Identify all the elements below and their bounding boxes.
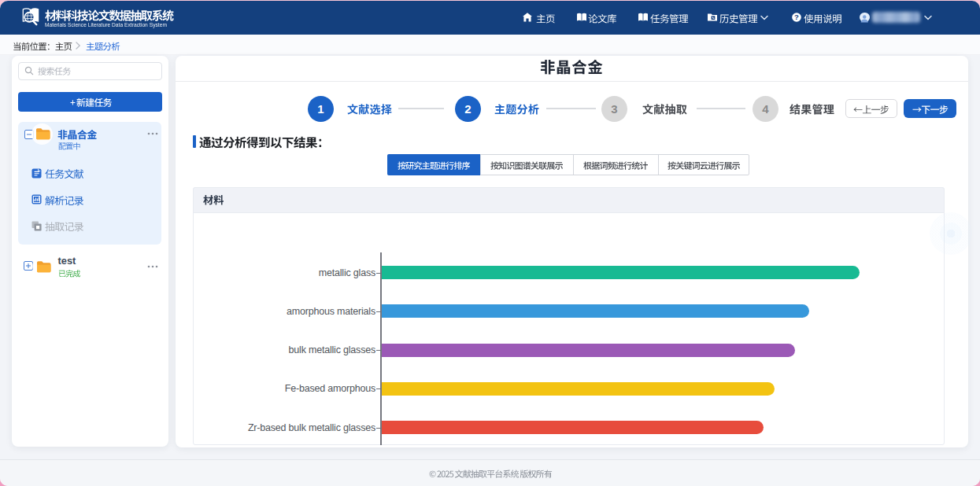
svg-text:?: ? [794, 13, 799, 21]
